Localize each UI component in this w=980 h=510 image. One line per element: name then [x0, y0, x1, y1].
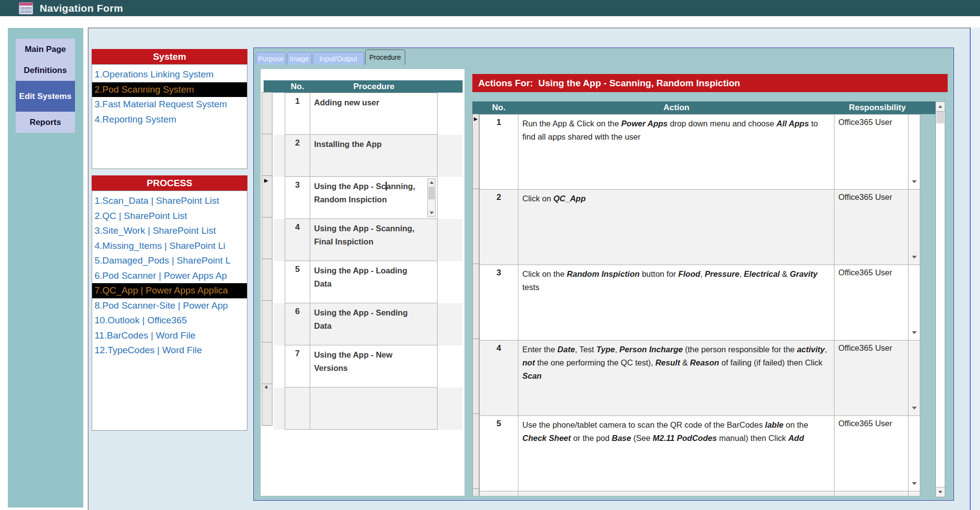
action-text-cell[interactable]: Click on QC_App — [518, 190, 834, 265]
action-no-cell[interactable]: 1 — [479, 114, 518, 190]
responsibility-dropdown[interactable] — [908, 340, 920, 416]
responsibility-cell[interactable]: Office365 User — [834, 265, 908, 340]
process-listbox[interactable]: 1.Scan_Data | SharePoint List2.QC | Shar… — [92, 191, 247, 431]
procedure-text-cell[interactable]: Using the App - Scanning, Final Inspicti… — [310, 219, 438, 261]
action-rows: 1Run the App & Click on the Power Apps d… — [479, 114, 920, 496]
procedure-no-cell[interactable]: 1 — [285, 93, 310, 135]
action-row: 4Enter the Date, Test Type, Person Incha… — [479, 340, 920, 416]
system-listbox[interactable]: 1.Operations Linking System2.Pod Scannin… — [92, 64, 247, 169]
responsibility-cell[interactable]: Office365 User — [834, 491, 908, 496]
record-selector[interactable] — [472, 189, 479, 264]
record-selector[interactable] — [262, 259, 272, 301]
column-header-action: Action — [518, 101, 834, 114]
scroll-up-button[interactable] — [428, 179, 435, 186]
action-text-cell[interactable]: Use the phone/tablet camera to scan the … — [518, 416, 834, 491]
responsibility-cell[interactable]: Office365 User — [834, 340, 908, 416]
procedure-no-cell[interactable]: 6 — [285, 303, 310, 345]
action-text-cell[interactable]: Enter the Date, Test Type, Person Inchar… — [518, 340, 834, 416]
responsibility-dropdown[interactable] — [908, 114, 920, 190]
process-list-item[interactable]: 8.Pod Scanner-Site | Power App — [92, 298, 247, 314]
procedure-text-cell[interactable]: Using the App - Loading Data — [310, 261, 438, 303]
responsibility-dropdown[interactable] — [908, 265, 920, 340]
new-record-selector[interactable]: * — [262, 384, 272, 426]
tab-image[interactable]: Image — [287, 52, 312, 65]
record-selector[interactable] — [262, 217, 272, 259]
tab-purpose[interactable]: Purpose — [256, 52, 286, 65]
scroll-down-button[interactable] — [936, 487, 945, 497]
sidebar-item-definitions[interactable]: Definitions — [16, 60, 75, 81]
procedure-text-cell[interactable]: Adding new user — [310, 93, 438, 135]
action-no-cell[interactable]: 6 — [479, 491, 518, 496]
column-header-procedure: Procedure — [310, 80, 438, 93]
action-no-cell[interactable]: 4 — [479, 340, 518, 416]
vertical-scrollbar[interactable] — [935, 101, 945, 497]
action-text-cell[interactable]: Click on the Random Inspiction button fo… — [518, 265, 834, 340]
procedure-no-cell[interactable] — [285, 388, 310, 430]
procedure-text-cell[interactable] — [310, 388, 438, 430]
tab-procedure[interactable]: Procedure — [365, 49, 405, 65]
procedure-no-cell[interactable]: 7 — [285, 345, 310, 388]
sidebar-item-main-page[interactable]: Main Page — [16, 39, 75, 60]
process-list-item[interactable]: 6.Pod Scanner | Power Apps Ap — [92, 268, 247, 284]
action-text-cell[interactable]: Run the App & Click on the Power Apps dr… — [518, 114, 834, 190]
actions-table-header: No. Action Responsibility — [472, 101, 935, 114]
procedure-text-cell[interactable]: Using the App - New Versions — [310, 345, 438, 388]
process-list-item[interactable]: 4.Missing_Items | SharePoint Li — [92, 239, 247, 254]
procedure-text-cell[interactable]: Using the App - Scanning, Random Inspict… — [310, 177, 438, 219]
header-spacer — [472, 101, 479, 114]
system-list-item[interactable]: 3.Fast Material Request System — [92, 97, 247, 112]
record-selector[interactable] — [262, 92, 272, 134]
process-list-item[interactable]: 5.Damaged_Pods | SharePoint L — [92, 253, 247, 268]
responsibility-cell[interactable]: Office365 User — [834, 114, 908, 190]
action-no-cell[interactable]: 2 — [479, 190, 518, 265]
current-record-arrow-icon: ▶ — [474, 116, 478, 121]
procedure-no-cell[interactable]: 2 — [285, 135, 310, 177]
action-text-cell[interactable]: Repeat from the test/pod — [518, 491, 834, 496]
cell-scrollbar[interactable] — [427, 178, 436, 217]
record-selector[interactable] — [472, 488, 479, 496]
process-list-item[interactable]: 2.QC | SharePoint List — [92, 209, 247, 224]
record-selector[interactable] — [472, 339, 479, 414]
record-selector[interactable] — [472, 413, 479, 489]
procedure-no-cell[interactable]: 3 — [285, 177, 310, 219]
system-list-item[interactable]: 4.Reporting System — [92, 112, 247, 127]
chevron-down-icon — [912, 331, 917, 334]
record-selector[interactable]: ▶ — [262, 175, 272, 218]
scroll-up-button[interactable] — [936, 102, 945, 112]
scroll-down-button[interactable] — [428, 209, 435, 217]
process-list-item[interactable]: 11.BarCodes | Word File — [92, 328, 247, 343]
scrollbar-thumb[interactable] — [936, 112, 944, 123]
chevron-down-icon — [912, 256, 917, 259]
process-list-item[interactable]: 10.Outlook | Office365 — [92, 313, 247, 328]
sidebar-item-edit-systems[interactable]: Edit Systems — [16, 81, 75, 112]
responsibility-dropdown[interactable] — [908, 416, 920, 491]
tab-input-output[interactable]: Input/Output — [313, 52, 364, 65]
responsibility-dropdown[interactable] — [908, 491, 920, 496]
record-selector[interactable] — [262, 300, 272, 342]
process-list-item[interactable]: 1.Scan_Data | SharePoint List — [92, 194, 247, 209]
right-margin — [971, 27, 980, 510]
sidebar-item-reports[interactable]: Reports — [16, 112, 75, 133]
action-no-cell[interactable]: 5 — [479, 416, 518, 491]
process-list-item[interactable]: 7.QC_App | Power Apps Applica — [92, 283, 247, 298]
scroll-up-icon — [430, 181, 434, 184]
system-list-item[interactable]: 2.Pod Scanning System — [92, 82, 247, 97]
record-selector[interactable] — [472, 264, 479, 339]
procedure-text-cell[interactable]: Installing the App — [310, 135, 438, 177]
procedure-no-cell[interactable]: 5 — [285, 261, 310, 303]
record-selector[interactable] — [262, 342, 272, 384]
responsibility-cell[interactable]: Office365 User — [834, 416, 908, 491]
action-no-cell[interactable]: 3 — [479, 265, 518, 340]
process-list-item[interactable]: 12.TypeCodes | Word File — [92, 343, 247, 358]
record-selector[interactable] — [262, 134, 272, 176]
procedure-text-cell[interactable]: Using the App - Sending Data — [310, 303, 438, 345]
process-panel-header: PROCESS — [92, 175, 247, 191]
responsibility-cell[interactable]: Office365 User — [834, 190, 908, 265]
scrollbar-thumb[interactable] — [428, 187, 435, 199]
responsibility-dropdown[interactable] — [908, 190, 920, 265]
procedure-no-cell[interactable]: 4 — [285, 219, 310, 261]
procedure-row: 2Installing the App — [274, 135, 463, 177]
record-selector[interactable]: ▶ — [472, 114, 479, 189]
process-list-item[interactable]: 3.Site_Work | SharePoint List — [92, 223, 247, 239]
system-list-item[interactable]: 1.Operations Linking System — [92, 67, 247, 82]
